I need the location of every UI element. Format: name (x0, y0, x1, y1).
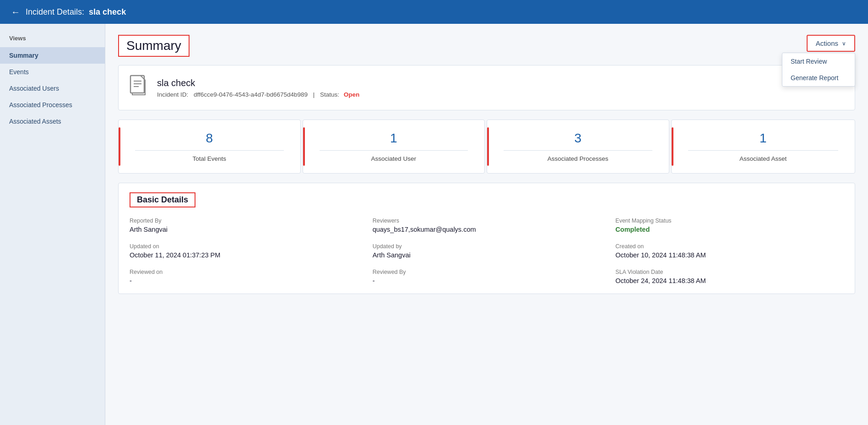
field-created-on-label: Created on (615, 243, 844, 250)
field-sla-label: SLA Violation Date (615, 269, 844, 275)
sidebar-item-summary[interactable]: Summary (0, 47, 105, 64)
actions-label: Actions (816, 39, 838, 47)
basic-details-title: Basic Details (130, 192, 195, 207)
actions-button-wrapper: Actions ∨ Start Review Generate Report (807, 35, 855, 52)
incident-info: sla check Incident ID: dff6cce9-0476-454… (157, 78, 359, 98)
document-icon (130, 75, 148, 101)
sidebar-item-associated-assets[interactable]: Associated Assets (0, 113, 105, 130)
app-layout: Views Summary Events Associated Users As… (0, 24, 868, 425)
app-header: ← Incident Details: sla check (0, 0, 868, 24)
field-created-on-value: October 10, 2024 11:48:38 AM (615, 251, 844, 259)
stat-label-events: Total Events (126, 155, 293, 162)
stat-number-events: 8 (126, 131, 293, 146)
stat-divider (135, 150, 284, 151)
stat-total-events: 8 Total Events (118, 120, 301, 174)
header-title: Incident Details: sla check (26, 7, 126, 17)
incident-title: sla check (157, 78, 359, 88)
stat-divider (504, 150, 652, 151)
stat-associated-processes: 3 Associated Processes (487, 120, 669, 174)
incident-id-value: dff6cce9-0476-4543-a4d7-bd6675d4b989 (194, 91, 308, 98)
field-event-mapping-status: Event Mapping Status Completed (615, 218, 844, 233)
field-reviewed-by-value: - (373, 277, 601, 284)
main-content: Summary Actions ∨ Start Review Generate … (105, 24, 868, 425)
field-updated-on-value: October 11, 2024 01:37:23 PM (130, 251, 358, 259)
field-updated-by: Updated by Arth Sangvai (373, 243, 601, 259)
page-title: Summary (118, 35, 190, 57)
field-reported-by-label: Reported By (130, 218, 358, 224)
stat-associated-user: 1 Associated User (303, 120, 485, 174)
sidebar-item-events[interactable]: Events (0, 64, 105, 80)
field-reported-by-value: Arth Sangvai (130, 226, 358, 233)
status-label: Status: (320, 91, 339, 98)
field-reported-by: Reported By Arth Sangvai (130, 218, 358, 233)
incident-meta: Incident ID: dff6cce9-0476-4543-a4d7-bd6… (157, 91, 359, 98)
details-grid: Reported By Arth Sangvai Reviewers quays… (130, 218, 844, 284)
stat-associated-asset: 1 Associated Asset (671, 120, 856, 174)
stat-number-asset: 1 (679, 131, 848, 146)
back-button[interactable]: ← (11, 7, 20, 17)
page-header-row: Summary Actions ∨ Start Review Generate … (118, 35, 855, 57)
sidebar-item-associated-users[interactable]: Associated Users (0, 80, 105, 97)
generate-report-item[interactable]: Generate Report (782, 70, 855, 86)
sidebar: Views Summary Events Associated Users As… (0, 24, 105, 425)
stat-divider (688, 150, 839, 151)
incident-name-header: sla check (89, 7, 126, 16)
actions-button[interactable]: Actions ∨ (807, 35, 855, 52)
field-created-on: Created on October 10, 2024 11:48:38 AM (615, 243, 844, 259)
actions-dropdown: Start Review Generate Report (782, 53, 855, 87)
field-sla-value: October 24, 2024 11:48:38 AM (615, 277, 844, 284)
field-reviewers-label: Reviewers (373, 218, 601, 224)
status-value: Open (344, 91, 360, 98)
start-review-item[interactable]: Start Review (782, 53, 855, 70)
field-updated-on: Updated on October 11, 2024 01:37:23 PM (130, 243, 358, 259)
incident-id-label: Incident ID: (157, 91, 188, 98)
sidebar-section-label: Views (0, 31, 105, 47)
field-reviewed-by: Reviewed By - (373, 269, 601, 284)
stats-row: 8 Total Events 1 Associated User 3 Assoc… (118, 120, 855, 174)
sidebar-item-associated-processes[interactable]: Associated Processes (0, 97, 105, 113)
stat-divider (320, 150, 468, 151)
incident-card: sla check Incident ID: dff6cce9-0476-454… (118, 65, 855, 110)
field-updated-on-label: Updated on (130, 243, 358, 250)
basic-details-section: Basic Details Reported By Arth Sangvai R… (118, 183, 855, 294)
field-updated-by-label: Updated by (373, 243, 601, 250)
field-updated-by-value: Arth Sangvai (373, 251, 601, 259)
field-reviewers: Reviewers quays_bs17,sokumar@qualys.com (373, 218, 601, 233)
field-event-mapping-label: Event Mapping Status (615, 218, 844, 224)
field-reviewed-on-label: Reviewed on (130, 269, 358, 275)
stat-number-processes: 3 (494, 131, 662, 146)
stat-label-user: Associated User (310, 155, 477, 162)
field-reviewed-by-label: Reviewed By (373, 269, 601, 275)
field-reviewed-on-value: - (130, 277, 358, 284)
field-reviewed-on: Reviewed on - (130, 269, 358, 284)
field-reviewers-value: quays_bs17,sokumar@qualys.com (373, 226, 601, 233)
field-sla-violation-date: SLA Violation Date October 24, 2024 11:4… (615, 269, 844, 284)
stat-label-asset: Associated Asset (679, 155, 848, 162)
stat-label-processes: Associated Processes (494, 155, 662, 162)
stat-number-user: 1 (310, 131, 477, 146)
field-event-mapping-value: Completed (615, 226, 844, 233)
chevron-down-icon: ∨ (842, 40, 846, 47)
